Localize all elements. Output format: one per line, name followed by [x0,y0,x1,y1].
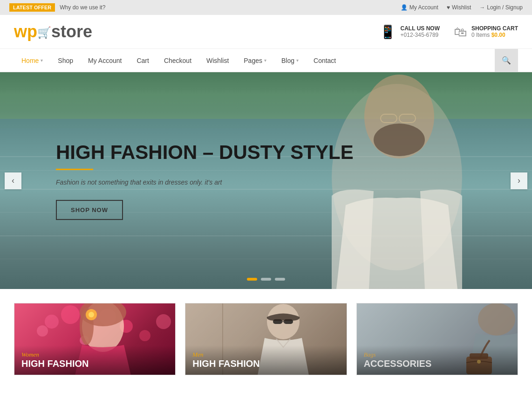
nav-item-wishlist[interactable]: Wishlist [199,49,236,72]
user-icon: 👤 [401,4,408,11]
call-number: +012-345-6789 [401,32,440,38]
logo-store: store [51,22,92,41]
blog-arrow-icon: ▾ [296,58,299,63]
cart-icon: 🛍 [454,24,467,40]
hero-slider: HIGH FASHION – DUSTY STYLE Fashion is no… [0,72,532,289]
top-bar-right: 👤 My Account ♥ Wishlist → Login / Signup [401,4,523,11]
category-card-bags[interactable]: Bags ACCESSORIES [356,303,518,375]
slider-dot-2[interactable] [261,278,271,281]
header: wp🛒store 📱 CALL US NOW +012-345-6789 🛍 S… [0,15,532,49]
call-us: 📱 CALL US NOW +012-345-6789 [380,24,440,40]
search-icon: 🔍 [502,56,511,65]
svg-point-6 [61,305,80,324]
slider-prev-button[interactable]: ‹ [5,172,21,189]
header-right: 📱 CALL US NOW +012-345-6789 🛍 SHOPPING C… [380,24,518,40]
bags-overlay: Bags ACCESSORIES [357,345,518,375]
cart-text: SHOPPING CART 0 Items $0.00 [471,25,518,38]
wishlist-link[interactable]: ♥ Wishlist [447,4,471,11]
women-label: High Fashion [21,358,168,369]
nav-item-contact[interactable]: Contact [306,49,343,72]
bags-label: ACCESSORIES [364,358,511,369]
women-overlay: Women High Fashion [14,345,175,375]
home-arrow-icon: ▾ [41,58,43,63]
top-bar: LATEST OFFER Why do we use it? 👤 My Acco… [0,0,532,15]
shopping-cart[interactable]: 🛍 SHOPPING CART 0 Items $0.00 [454,24,518,40]
login-icon: → [479,4,485,11]
hero-content: HIGH FASHION – DUSTY STYLE Fashion is no… [56,141,354,220]
slider-next-button[interactable]: › [511,172,527,189]
slider-dots [247,278,285,281]
men-label: High Fashion [192,358,339,369]
search-button[interactable]: 🔍 [495,49,518,72]
pages-arrow-icon: ▾ [264,58,266,63]
phone-icon: 📱 [380,24,396,40]
my-account-link[interactable]: 👤 My Account [401,4,438,11]
nav-item-checkout[interactable]: Checkout [157,49,199,72]
bags-sub-label: Bags [364,351,511,358]
arrow-left-icon: ‹ [12,176,14,186]
heart-icon: ♥ [447,4,450,11]
category-section: Women High Fashion [0,289,532,385]
latest-offer-badge: LATEST OFFER [9,3,55,12]
call-us-text: CALL US NOW +012-345-6789 [401,25,440,38]
call-label: CALL US NOW [401,25,440,32]
top-bar-tagline: Why do we use it? [60,4,105,11]
women-sub-label: Women [21,351,168,358]
logo-text: wp🛒store [14,22,92,41]
men-sub-label: Men [192,351,339,358]
top-bar-left: LATEST OFFER Why do we use it? [9,3,105,12]
nav-item-shop[interactable]: Shop [50,49,81,72]
svg-point-25 [478,303,515,336]
hero-subtitle: Fashion is not something that exits in d… [56,179,354,186]
nav-item-home[interactable]: Home ▾ [14,49,50,72]
category-card-men[interactable]: Men High Fashion [185,303,347,375]
cart-label: SHOPPING CART [471,25,518,32]
svg-point-17 [89,312,94,317]
logo[interactable]: wp🛒store [14,22,92,41]
svg-point-11 [139,330,150,341]
svg-point-12 [156,314,171,329]
shop-now-button[interactable]: SHOP NOW [56,200,123,220]
nav-bar: Home ▾ Shop My Account Cart Checkout Wis… [0,49,532,72]
hero-underline [56,169,93,170]
svg-point-5 [45,315,59,329]
login-link[interactable]: → Login / Signup [479,4,523,11]
nav-item-blog[interactable]: Blog ▾ [274,49,306,72]
cart-price: $0.00 [491,32,505,38]
svg-point-2 [374,124,425,156]
slider-dot-1[interactable] [247,278,257,281]
nav-item-cart[interactable]: Cart [129,49,156,72]
svg-point-7 [37,325,48,337]
nav-links: Home ▾ Shop My Account Cart Checkout Wis… [14,49,495,72]
cart-items: 0 Items $0.00 [471,32,518,38]
hero-title: HIGH FASHION – DUSTY STYLE [56,141,354,163]
slider-dot-3[interactable] [275,278,285,281]
nav-item-pages[interactable]: Pages ▾ [236,49,274,72]
nav-item-myaccount[interactable]: My Account [81,49,129,72]
men-overlay: Men High Fashion [185,345,346,375]
category-card-women[interactable]: Women High Fashion [14,303,176,375]
logo-wp: wp [14,22,37,41]
arrow-right-icon: › [518,176,520,186]
logo-cart-icon: 🛒 [37,26,51,39]
